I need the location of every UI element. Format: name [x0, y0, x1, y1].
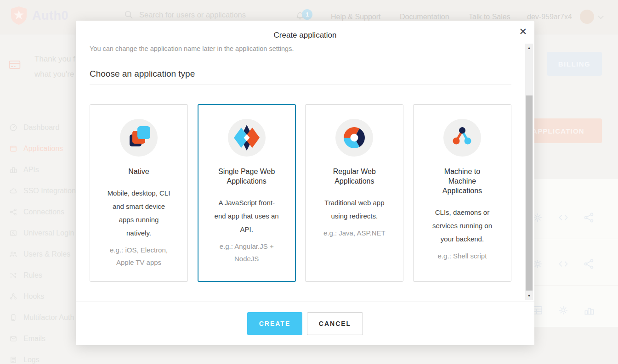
modal-footer: CREATE CANCEL	[76, 302, 534, 345]
scroll-up-arrow[interactable]: ▲	[525, 45, 533, 51]
create-button[interactable]: CREATE	[247, 312, 302, 335]
close-icon[interactable]: ✕	[517, 25, 529, 39]
card-icon-circle	[443, 119, 481, 157]
card-title: Native	[90, 167, 187, 176]
card-single-page-web[interactable]: Single Page Web Applications A JavaScrip…	[198, 104, 296, 282]
card-description: A JavaScript front- end app that uses an…	[198, 196, 295, 236]
card-icon-circle	[335, 119, 373, 157]
card-title: Regular Web Applications	[306, 167, 403, 186]
card-description: Traditional web app using redirects.	[306, 196, 403, 223]
card-example: e.g.: Shell script	[414, 250, 511, 262]
card-machine-to-machine[interactable]: Machine to Machine Applications CLIs, da…	[413, 104, 511, 282]
card-title: Machine to Machine Applications	[414, 167, 511, 196]
modal-scrollbar[interactable]: ▲ ▼	[525, 44, 533, 300]
card-title: Single Page Web Applications	[198, 167, 295, 186]
scrollbar-thumb[interactable]	[526, 95, 533, 291]
diamonds-icon	[228, 119, 265, 156]
molecule-icon	[444, 119, 481, 156]
card-description: CLIs, daemons or services running on you…	[414, 206, 511, 246]
card-icon-circle	[120, 119, 158, 157]
card-example: e.g.: Angular.JS + NodeJS	[198, 240, 295, 265]
card-native[interactable]: Native Mobile, desktop, CLI and smart de…	[90, 104, 188, 282]
card-example: e.g.: Java, ASP.NET	[306, 227, 403, 239]
scroll-down-arrow[interactable]: ▼	[525, 292, 533, 299]
card-example: e.g.: iOS, Electron, Apple TV apps	[90, 244, 187, 269]
card-regular-web[interactable]: Regular Web Applications Traditional web…	[305, 104, 403, 282]
application-type-cards: Native Mobile, desktop, CLI and smart de…	[90, 104, 511, 282]
card-description: Mobile, desktop, CLI and smart device ap…	[90, 186, 187, 240]
cancel-button[interactable]: CANCEL	[307, 312, 363, 335]
card-icon-circle	[228, 119, 266, 157]
stacked-squares-icon	[120, 119, 157, 156]
modal-title: Create application	[76, 31, 534, 40]
modal-subtitle: You can change the application name late…	[90, 45, 294, 52]
auth0-dashboard-page: Auth0 1 Help & Support Documentation Tal…	[0, 0, 618, 364]
create-application-modal: Create application ✕ You can change the …	[76, 21, 534, 345]
swirl-icon	[336, 119, 373, 156]
divider	[90, 84, 511, 84]
section-heading: Choose an application type	[90, 69, 195, 79]
